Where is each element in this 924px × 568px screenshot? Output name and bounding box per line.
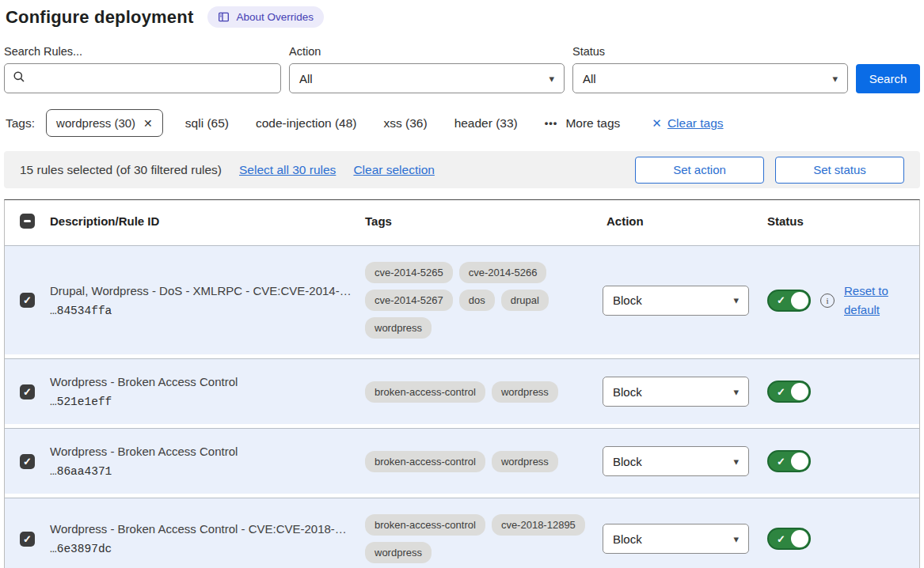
rule-status-toggle[interactable]: ✓ xyxy=(767,381,811,403)
book-icon xyxy=(218,11,230,23)
search-button[interactable]: Search xyxy=(856,64,920,93)
toggle-knob xyxy=(791,383,808,400)
selection-summary: 15 rules selected (of 30 filtered rules) xyxy=(20,163,222,177)
table-row: ✓ Wordpress - Broken Access Control - CV… xyxy=(5,498,919,568)
column-action: Action xyxy=(603,214,755,228)
selected-tag-label: wordpress (30) xyxy=(56,116,135,130)
chevron-down-icon: ▾ xyxy=(832,74,838,84)
rule-description-cell: Wordpress - Broken Access Control - CVE:… xyxy=(50,522,365,555)
ellipsis-icon: ••• xyxy=(545,117,558,129)
action-filter-value: All xyxy=(299,72,313,85)
rule-tag-chip: cve-2014-5265 xyxy=(365,262,453,283)
rule-description: Wordpress - Broken Access Control xyxy=(50,445,365,458)
rule-action-cell: Block ▾ xyxy=(603,377,755,407)
rule-status-cell: ✓ i Reset to default xyxy=(755,282,919,320)
select-all-checkbox[interactable] xyxy=(20,214,35,229)
rule-action-select[interactable]: Block ▾ xyxy=(603,446,749,476)
search-input-container[interactable] xyxy=(4,63,281,93)
row-checkbox-cell: ✓ xyxy=(5,532,50,547)
selection-bar: 15 rules selected (of 30 filtered rules)… xyxy=(4,151,920,188)
reset-to-default-link[interactable]: Reset to default xyxy=(844,282,895,320)
status-filter: Status All ▾ xyxy=(572,45,848,93)
indeterminate-icon xyxy=(24,220,31,222)
set-status-button[interactable]: Set status xyxy=(775,157,904,184)
rule-action-value: Block xyxy=(613,385,642,399)
set-action-button[interactable]: Set action xyxy=(635,157,764,184)
rule-tag-chip: drupal xyxy=(501,290,549,311)
rule-id: …6e3897dc xyxy=(50,543,365,555)
rule-description: Drupal, Wordpress - DoS - XMLRPC - CVE:C… xyxy=(50,284,365,297)
status-filter-value: All xyxy=(583,72,596,85)
check-icon: ✓ xyxy=(777,534,785,544)
tag-filter[interactable]: code-injection (48) xyxy=(256,116,357,131)
toggle-knob xyxy=(791,453,808,470)
check-icon: ✓ xyxy=(23,456,32,467)
search-rules-label: Search Rules... xyxy=(4,45,281,58)
tag-filter[interactable]: xss (36) xyxy=(384,116,428,131)
rule-tag-chip: wordpress xyxy=(492,381,558,403)
rule-id: …84534ffa xyxy=(50,305,365,317)
rule-action-select[interactable]: Block ▾ xyxy=(603,286,749,316)
toggle-knob xyxy=(791,530,808,547)
column-tags: Tags xyxy=(365,214,603,228)
selected-tag-chip[interactable]: wordpress (30) ✕ xyxy=(46,109,163,137)
more-tags-button[interactable]: ••• More tags xyxy=(545,116,621,131)
status-filter-select[interactable]: All ▾ xyxy=(572,63,848,93)
rule-tag-chip: broken-access-control xyxy=(365,451,485,472)
row-checkbox[interactable]: ✓ xyxy=(20,532,35,547)
clear-tags-button[interactable]: ✕ Clear tags xyxy=(652,116,723,131)
rule-status-toggle[interactable]: ✓ xyxy=(767,450,811,472)
rule-status-toggle[interactable]: ✓ xyxy=(767,290,811,312)
rule-id: …521e1eff xyxy=(50,396,365,408)
rule-action-cell: Block ▾ xyxy=(603,286,755,316)
table-body: ✓ Drupal, Wordpress - DoS - XMLRPC - CVE… xyxy=(5,245,919,568)
chevron-down-icon: ▾ xyxy=(549,74,554,84)
rule-description: Wordpress - Broken Access Control - CVE:… xyxy=(50,522,365,536)
rule-tag-chip: cve-2018-12895 xyxy=(492,514,585,536)
column-description: Description/Rule ID xyxy=(50,214,365,228)
rule-tags-cell: broken-access-controlwordpress xyxy=(365,451,603,472)
action-filter-select[interactable]: All ▾ xyxy=(289,63,565,93)
header-checkbox-cell xyxy=(5,214,50,229)
toggle-knob xyxy=(791,292,808,309)
rule-tag-chip: wordpress xyxy=(492,451,558,472)
remove-tag-icon[interactable]: ✕ xyxy=(143,117,153,130)
column-status: Status xyxy=(755,214,919,228)
row-checkbox[interactable]: ✓ xyxy=(20,293,35,308)
rule-status-toggle[interactable]: ✓ xyxy=(767,528,811,550)
action-filter-label: Action xyxy=(289,45,565,58)
row-checkbox[interactable]: ✓ xyxy=(20,384,35,399)
rules-table: Description/Rule ID Tags Action Status ✓… xyxy=(4,199,920,568)
clear-selection-link[interactable]: Clear selection xyxy=(353,163,435,177)
search-input[interactable] xyxy=(32,72,272,85)
page-title: Configure deployment xyxy=(6,7,193,28)
row-checkbox-cell: ✓ xyxy=(5,454,50,469)
rule-tag-chip: broken-access-control xyxy=(365,514,485,536)
rule-action-select[interactable]: Block ▾ xyxy=(603,377,749,407)
tag-filter[interactable]: sqli (65) xyxy=(185,116,229,131)
rule-tag-chip: broken-access-control xyxy=(365,381,485,403)
rule-action-value: Block xyxy=(613,293,642,307)
tags-bar: Tags: wordpress (30) ✕ sqli (65)code-inj… xyxy=(6,109,920,137)
rule-action-select[interactable]: Block ▾ xyxy=(603,524,749,554)
action-filter: Action All ▾ xyxy=(289,45,565,93)
about-overrides-badge[interactable]: About Overrides xyxy=(207,6,324,28)
tag-filter[interactable]: header (33) xyxy=(454,116,518,131)
clear-tags-icon: ✕ xyxy=(652,116,662,131)
selection-buttons: Set action Set status xyxy=(635,157,904,184)
tag-filter-list: sqli (65)code-injection (48)xss (36)head… xyxy=(185,116,518,131)
chevron-down-icon: ▾ xyxy=(733,295,739,305)
row-checkbox-cell: ✓ xyxy=(5,293,50,308)
rule-description-cell: Drupal, Wordpress - DoS - XMLRPC - CVE:C… xyxy=(50,284,365,317)
selection-links: Select all 30 rules Clear selection xyxy=(239,163,435,177)
more-tags-label: More tags xyxy=(565,116,620,131)
rule-tags-cell: broken-access-controlcve-2018-12895wordp… xyxy=(365,514,603,563)
configure-deployment-page: Configure deployment About Overrides Sea… xyxy=(0,0,924,568)
about-overrides-label: About Overrides xyxy=(236,11,314,23)
table-header: Description/Rule ID Tags Action Status xyxy=(5,200,919,241)
rule-description: Wordpress - Broken Access Control xyxy=(50,375,365,388)
select-all-link[interactable]: Select all 30 rules xyxy=(239,163,336,177)
row-checkbox[interactable]: ✓ xyxy=(20,454,35,469)
check-icon: ✓ xyxy=(777,387,785,397)
info-icon[interactable]: i xyxy=(820,293,835,308)
